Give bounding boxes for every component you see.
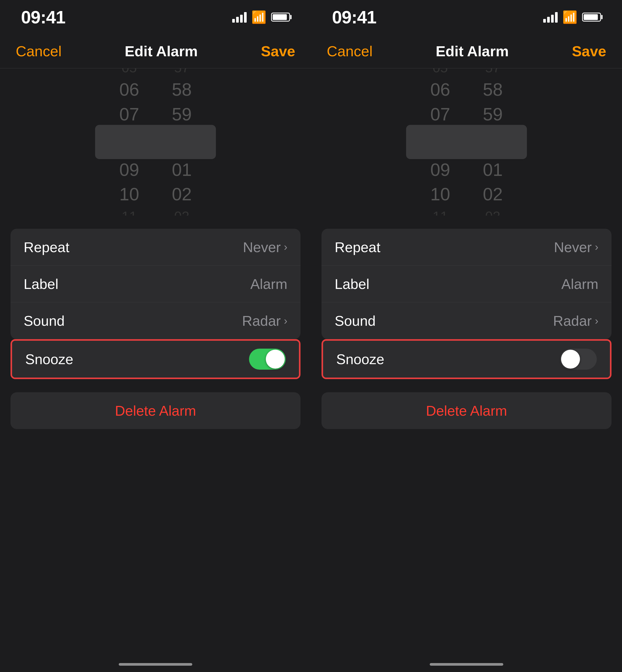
sound-value-right: Radar › [553, 313, 598, 329]
save-button-left[interactable]: Save [261, 42, 295, 60]
repeat-label-right: Repeat [335, 239, 380, 255]
repeat-value-right: Never › [554, 239, 598, 255]
sound-value-text-left: Radar [242, 313, 281, 329]
delete-section-right: Delete Alarm [321, 392, 612, 429]
hour-item: 07 [424, 104, 456, 125]
label-label-right: Label [335, 276, 369, 292]
hour-item: 05 [113, 68, 145, 76]
status-icons-left: 📶 [232, 10, 290, 24]
label-value-right: Alarm [561, 276, 598, 292]
label-row-left[interactable]: Label Alarm [10, 265, 301, 302]
repeat-value-left: Never › [243, 239, 287, 255]
home-indicator-left [119, 663, 192, 666]
sound-value-left: Radar › [242, 313, 287, 329]
minute-item: 57 [166, 68, 198, 76]
minute-item: 59 [166, 104, 198, 125]
status-time-right: 09:41 [332, 7, 376, 27]
hour-item: 10 [113, 184, 145, 205]
snooze-toggle-left[interactable] [249, 349, 286, 370]
snooze-toggle-track-left[interactable] [249, 349, 286, 370]
snooze-highlight-right: Snooze [321, 339, 612, 379]
label-value-left: Alarm [250, 276, 287, 292]
snooze-highlight-left: Snooze [10, 339, 301, 379]
home-indicator-right [430, 663, 503, 666]
nav-bar-right: Cancel Edit Alarm Save [311, 34, 622, 68]
repeat-value-text-left: Never [243, 239, 281, 255]
delete-alarm-button-right[interactable]: Delete Alarm [321, 392, 612, 429]
sound-value-text-right: Radar [553, 313, 592, 329]
repeat-chevron-right: › [595, 241, 598, 253]
cancel-button-right[interactable]: Cancel [327, 42, 373, 60]
minute-item: 57 [477, 68, 509, 76]
time-picker-left[interactable]: 05 06 07 08 09 10 11 57 58 59 00 01 02 0… [0, 68, 311, 216]
delete-alarm-button-left[interactable]: Delete Alarm [10, 392, 301, 429]
minute-item: 03 [477, 208, 509, 216]
minute-item: 01 [166, 159, 198, 181]
save-button-right[interactable]: Save [572, 42, 606, 60]
sound-chevron-left: › [284, 315, 287, 327]
repeat-label-left: Repeat [24, 239, 69, 255]
snooze-label-left: Snooze [25, 351, 73, 367]
snooze-label-right: Snooze [336, 351, 384, 367]
wifi-icon-right: 📶 [562, 10, 577, 24]
hour-item: 06 [113, 79, 145, 100]
hour-item: 06 [424, 79, 456, 100]
sound-label-left: Sound [24, 313, 65, 329]
label-value-text-left: Alarm [250, 276, 287, 292]
hour-item: 09 [424, 159, 456, 181]
status-time-left: 09:41 [21, 7, 65, 27]
hour-item: 09 [113, 159, 145, 181]
repeat-chevron-left: › [284, 241, 287, 253]
sound-row-right[interactable]: Sound Radar › [321, 302, 612, 339]
picker-selection-bg-left [95, 125, 216, 159]
snooze-row-right[interactable]: Snooze [323, 341, 610, 378]
repeat-value-text-right: Never [554, 239, 592, 255]
status-icons-right: 📶 [543, 10, 601, 24]
time-picker-right[interactable]: 05 06 07 08 09 10 11 57 58 59 00 01 02 0… [311, 68, 622, 216]
settings-section-right: Repeat Never › Label Alarm Sound Radar › [321, 229, 612, 339]
snooze-row-left[interactable]: Snooze [12, 341, 299, 378]
minute-item: 58 [166, 79, 198, 100]
repeat-row-left[interactable]: Repeat Never › [10, 229, 301, 265]
minute-item: 02 [477, 184, 509, 205]
status-bar-left: 09:41 📶 [0, 0, 311, 34]
sound-label-right: Sound [335, 313, 376, 329]
hour-item: 07 [113, 104, 145, 125]
minute-item: 58 [477, 79, 509, 100]
sound-chevron-right: › [595, 315, 598, 327]
battery-icon-right [582, 12, 601, 22]
snooze-toggle-thumb-left [266, 350, 285, 369]
minute-item: 59 [477, 104, 509, 125]
right-panel: 09:41 📶 Cancel Edit Alarm Save 05 06 [311, 0, 622, 672]
wifi-icon-left: 📶 [251, 10, 266, 24]
snooze-toggle-right[interactable] [560, 349, 597, 370]
minute-item: 02 [166, 184, 198, 205]
snooze-toggle-thumb-right [561, 350, 580, 369]
hour-item: 11 [424, 208, 456, 216]
snooze-toggle-track-right[interactable] [560, 349, 597, 370]
nav-bar-left: Cancel Edit Alarm Save [0, 34, 311, 68]
left-panel: 09:41 📶 Cancel Edit Alarm Save 05 06 [0, 0, 311, 672]
minute-item: 03 [166, 208, 198, 216]
hour-item: 11 [113, 208, 145, 216]
battery-icon-left [271, 12, 290, 22]
cancel-button-left[interactable]: Cancel [16, 42, 62, 60]
label-label-left: Label [24, 276, 58, 292]
sound-row-left[interactable]: Sound Radar › [10, 302, 301, 339]
label-value-text-right: Alarm [561, 276, 598, 292]
settings-section-left: Repeat Never › Label Alarm Sound Radar › [10, 229, 301, 339]
nav-title-left: Edit Alarm [125, 42, 198, 60]
minute-item: 01 [477, 159, 509, 181]
repeat-row-right[interactable]: Repeat Never › [321, 229, 612, 265]
hour-item: 10 [424, 184, 456, 205]
signal-icon-left [232, 11, 247, 23]
status-bar-right: 09:41 📶 [311, 0, 622, 34]
picker-selection-bg-right [406, 125, 527, 159]
signal-icon-right [543, 11, 558, 23]
hour-item: 05 [424, 68, 456, 76]
label-row-right[interactable]: Label Alarm [321, 265, 612, 302]
nav-title-right: Edit Alarm [436, 42, 509, 60]
delete-section-left: Delete Alarm [10, 392, 301, 429]
